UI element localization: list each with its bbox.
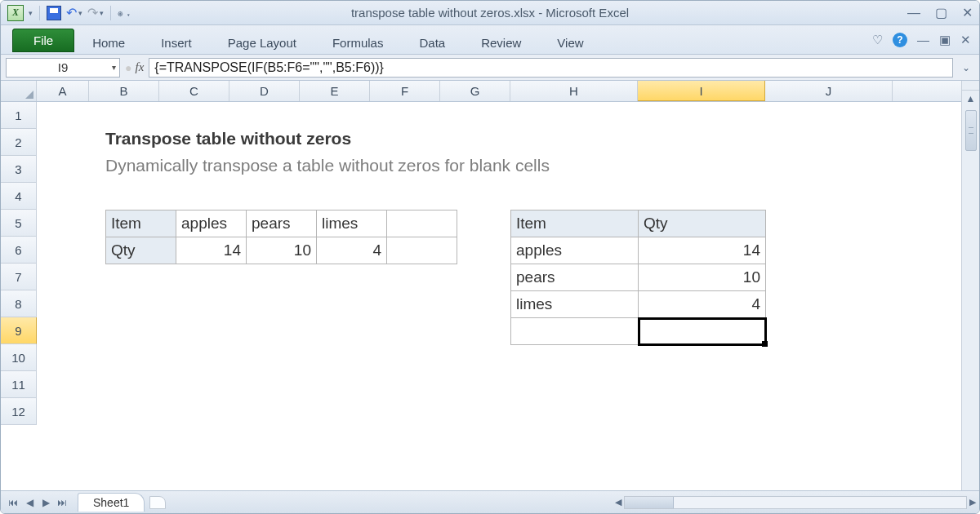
- sheet-subtitle: Dynamically transpose a table without ze…: [105, 156, 550, 175]
- col-header-H[interactable]: H: [510, 81, 638, 101]
- cell[interactable]: apples: [176, 210, 247, 237]
- row-header[interactable]: 6: [1, 237, 37, 264]
- col-header-A[interactable]: A: [37, 81, 89, 101]
- cell[interactable]: 10: [639, 264, 766, 291]
- excel-icon[interactable]: X: [7, 5, 24, 21]
- row-header[interactable]: 8: [1, 290, 37, 317]
- row-header[interactable]: 7: [1, 264, 37, 290]
- active-cell-outline: [638, 317, 767, 346]
- doc-restore-icon[interactable]: ▣: [939, 33, 951, 47]
- window-controls: — ▢ ✕: [907, 7, 973, 20]
- hscroll-track[interactable]: [624, 496, 967, 509]
- cell[interactable]: 10: [247, 237, 317, 264]
- help-icon[interactable]: ?: [893, 33, 907, 47]
- hscroll-thumb[interactable]: [625, 497, 674, 508]
- tab-formulas[interactable]: Formulas: [314, 25, 402, 54]
- cell[interactable]: [387, 237, 457, 264]
- redo-dropdown-icon[interactable]: ▾: [100, 9, 104, 17]
- window-title: transpose table without zeros.xlsx - Mic…: [1, 6, 979, 20]
- undo-dropdown-icon[interactable]: ▾: [78, 9, 82, 17]
- sheet-tab[interactable]: Sheet1: [78, 493, 145, 512]
- redo-button[interactable]: ↷▾: [87, 5, 104, 20]
- qat-dropdown-icon[interactable]: ▾: [29, 9, 33, 17]
- undo-button[interactable]: ↶▾: [66, 5, 82, 20]
- table-row: Qty 14 10 4: [106, 237, 457, 264]
- tab-page-layout[interactable]: Page Layout: [210, 25, 314, 54]
- header-cell[interactable]: Item: [511, 210, 639, 237]
- cell[interactable]: [387, 210, 457, 237]
- column-headers: A B C D E F G H I J: [1, 81, 961, 102]
- scroll-thumb[interactable]: [965, 110, 977, 151]
- cell[interactable]: 14: [176, 237, 247, 264]
- scroll-right-icon[interactable]: ▶: [969, 497, 976, 507]
- col-header-G[interactable]: G: [440, 81, 510, 101]
- doc-minimize-icon[interactable]: —: [917, 33, 929, 47]
- namebox-dropdown-icon[interactable]: ▾: [112, 63, 116, 72]
- row-header[interactable]: 3: [1, 156, 37, 183]
- row-header[interactable]: 5: [1, 210, 37, 237]
- col-header-E[interactable]: E: [300, 81, 370, 101]
- first-sheet-icon[interactable]: ⏮: [6, 497, 20, 508]
- col-header-I[interactable]: I: [638, 81, 765, 101]
- row-header[interactable]: 10: [1, 344, 37, 371]
- row-header[interactable]: 11: [1, 371, 37, 398]
- tab-view[interactable]: View: [539, 25, 601, 54]
- name-box[interactable]: I9 ▾: [6, 58, 120, 78]
- new-sheet-button[interactable]: [149, 496, 166, 509]
- scroll-left-icon[interactable]: ◀: [615, 497, 621, 507]
- ribbon-minimize-icon[interactable]: ♡: [872, 33, 883, 47]
- save-icon[interactable]: [47, 6, 61, 20]
- select-all-button[interactable]: [1, 81, 37, 101]
- horizontal-scrollbar[interactable]: ◀ ▶: [615, 496, 979, 509]
- cell[interactable]: 4: [317, 237, 387, 264]
- doc-close-icon[interactable]: ✕: [960, 33, 971, 47]
- close-button[interactable]: ✕: [962, 7, 973, 20]
- cell[interactable]: [511, 318, 639, 345]
- fx-icon[interactable]: fx: [135, 60, 144, 74]
- row-header[interactable]: 12: [1, 398, 37, 425]
- qat-customize-icon[interactable]: ⎈ ▾: [118, 8, 131, 18]
- table-row: Item apples pears limes: [106, 210, 457, 237]
- maximize-button[interactable]: ▢: [935, 7, 947, 20]
- col-header-J[interactable]: J: [765, 81, 893, 101]
- grid-rows[interactable]: 1 2 3 4 5 6 7 8 9 10 11 12 Transpose tab…: [1, 102, 961, 490]
- split-handle[interactable]: [962, 81, 979, 91]
- header-cell[interactable]: Item: [106, 210, 176, 237]
- cell[interactable]: limes: [317, 210, 387, 237]
- cell[interactable]: limes: [511, 291, 639, 318]
- row-header[interactable]: 2: [1, 129, 37, 156]
- col-header-F[interactable]: F: [370, 81, 440, 101]
- formula-bar-row: I9 ▾ ● fx {=TRANSPOSE(IF(B5:F6="","",B5:…: [1, 55, 979, 81]
- scroll-up-icon[interactable]: ▲: [966, 91, 976, 107]
- col-header-C[interactable]: C: [159, 81, 229, 101]
- sheet-nav-buttons: ⏮ ◀ ▶ ⏭: [1, 497, 74, 508]
- formula-bar-expand-icon[interactable]: ⌄: [958, 62, 974, 73]
- table-row: limes 4: [511, 291, 766, 318]
- formula-input[interactable]: {=TRANSPOSE(IF(B5:F6="","",B5:F6))}: [149, 58, 953, 78]
- col-header-B[interactable]: B: [89, 81, 159, 101]
- row-header[interactable]: 9: [1, 317, 37, 344]
- last-sheet-icon[interactable]: ⏭: [55, 497, 69, 508]
- cancel-formula-icon: ●: [125, 61, 131, 74]
- cell-canvas[interactable]: Transpose table without zeros Dynamicall…: [37, 102, 961, 490]
- prev-sheet-icon[interactable]: ◀: [22, 497, 37, 508]
- cell[interactable]: pears: [511, 264, 639, 291]
- tab-data[interactable]: Data: [401, 25, 463, 54]
- cell[interactable]: 4: [639, 291, 766, 318]
- header-cell[interactable]: Qty: [106, 237, 176, 264]
- minimize-button[interactable]: —: [907, 7, 920, 20]
- tab-review[interactable]: Review: [463, 25, 539, 54]
- cell[interactable]: pears: [247, 210, 317, 237]
- cell[interactable]: apples: [511, 237, 639, 264]
- tab-insert[interactable]: Insert: [143, 25, 210, 54]
- vertical-scrollbar[interactable]: ▲: [961, 81, 979, 490]
- row-header[interactable]: 1: [1, 102, 37, 129]
- sheet-title: Transpose table without zeros: [105, 129, 351, 148]
- next-sheet-icon[interactable]: ▶: [38, 497, 53, 508]
- header-cell[interactable]: Qty: [639, 210, 766, 237]
- tab-home[interactable]: Home: [74, 25, 143, 54]
- row-header[interactable]: 4: [1, 183, 37, 210]
- col-header-D[interactable]: D: [229, 81, 300, 101]
- cell[interactable]: 14: [639, 237, 766, 264]
- file-tab[interactable]: File: [12, 29, 74, 52]
